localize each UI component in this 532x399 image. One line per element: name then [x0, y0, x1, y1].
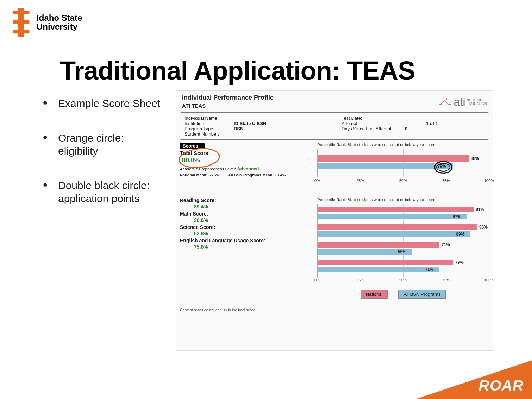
- total-score-lbl: Total Score:: [180, 150, 210, 156]
- svg-rect-2: [13, 20, 30, 24]
- nat-mean-lbl: National Mean:: [180, 173, 207, 177]
- val-institution: ID State U BSN: [234, 121, 266, 126]
- teas-profile-panel: Individual Performance Profile ATI TEAS …: [176, 90, 493, 351]
- isu-logo-line2: University: [37, 22, 82, 31]
- prep-val: Advanced: [237, 166, 259, 172]
- chart-sections: 91%87%93%89%71%55%79%71%: [317, 204, 489, 278]
- legend-national: National: [361, 290, 388, 299]
- reading-lbl: Reading Score:: [180, 198, 216, 203]
- bullet-double-circle: Double black circle: application points: [39, 179, 162, 205]
- profile-sub: ATI TEAS: [182, 103, 274, 109]
- bullet-list: Example Score Sheet Orange circle: eligi…: [39, 97, 162, 226]
- lbl-institution: Institution:: [184, 121, 230, 126]
- total-score-val: 80.0%: [182, 157, 314, 164]
- bsn-mean-lbl: All BSN Programs Mean:: [228, 173, 274, 177]
- science-val: 63.8%: [194, 231, 314, 236]
- isu-logo-text: Idaho State University: [37, 13, 82, 31]
- scores-box: Scores Total Score: 80.0% Academic Prepa…: [180, 143, 314, 183]
- lbl-individual-name: Individual Name:: [184, 116, 230, 121]
- info-box: Individual Name: Institution:ID State U …: [180, 112, 489, 140]
- lbl-days-since: Days Since Last Attempt:: [342, 126, 401, 131]
- ati-tag2: EDUCATION: [467, 102, 487, 106]
- footnote: Content areas do not add up to the total…: [180, 308, 489, 312]
- chart-sections-ticks: 0%25%50%75%100%: [317, 278, 489, 283]
- lbl-program: Program Type:: [184, 126, 230, 131]
- bsn-mean-val: 70.4%: [275, 173, 286, 177]
- chart-legend: National All BSN Programs: [317, 290, 489, 299]
- ati-brand: ati NURSING EDUCATION: [438, 95, 487, 109]
- profile-heading: Individual Performance Profile: [182, 94, 274, 101]
- english-lbl: English and Language Usage Score:: [180, 238, 265, 243]
- rank-box-sections: Percentile Rank: % of students who score…: [317, 198, 489, 299]
- slide-title: Traditional Application: TEAS: [60, 56, 415, 86]
- bullet-orange-circle: Orange circle: eligibility: [39, 131, 162, 158]
- math-lbl: Math Score:: [180, 211, 208, 217]
- science-lbl: Science Score:: [180, 224, 215, 230]
- reading-val: 89.4%: [194, 204, 314, 210]
- val-program: BSN: [234, 126, 243, 131]
- lbl-student-no: Student Number:: [184, 131, 230, 137]
- val-days-since: 0: [405, 126, 407, 131]
- svg-rect-3: [13, 30, 30, 33]
- rank-title-2: Percentile Rank: % of students who score…: [317, 198, 489, 202]
- subscores: Reading Score:89.4% Math Score:90.6% Sci…: [180, 198, 314, 299]
- isu-logo-line1: Idaho State: [37, 13, 82, 22]
- nat-mean-val: 65.6%: [208, 173, 219, 177]
- scores-title: Scores: [180, 143, 205, 149]
- roar-text: ROAR: [478, 377, 524, 394]
- math-val: 90.6%: [194, 217, 314, 223]
- isu-logo-mark: [11, 8, 32, 37]
- chart-total: 88%79%: [317, 149, 489, 177]
- isu-logo: Idaho State University: [11, 8, 82, 37]
- lbl-attempt: Attempt:: [342, 121, 387, 126]
- rank-title-1: Percentile Rank: % of students who score…: [317, 143, 489, 147]
- legend-bsn: All BSN Programs: [398, 290, 446, 299]
- val-attempt: 1 of 1: [426, 121, 438, 126]
- chart-total-ticks: 0%25%50%75%100%: [317, 179, 489, 183]
- bullet-example: Example Score Sheet: [39, 97, 162, 110]
- lbl-test-date: Test Date:: [342, 116, 387, 121]
- roar-corner: ROAR: [416, 360, 532, 399]
- english-val: 75.0%: [194, 244, 314, 250]
- svg-point-4: [445, 98, 447, 100]
- ati-name: ati: [453, 95, 465, 109]
- prep-lbl: Academic Preparedness Level:: [180, 167, 236, 171]
- rank-box-total: Percentile Rank: % of students who score…: [317, 143, 489, 183]
- svg-rect-1: [13, 11, 30, 14]
